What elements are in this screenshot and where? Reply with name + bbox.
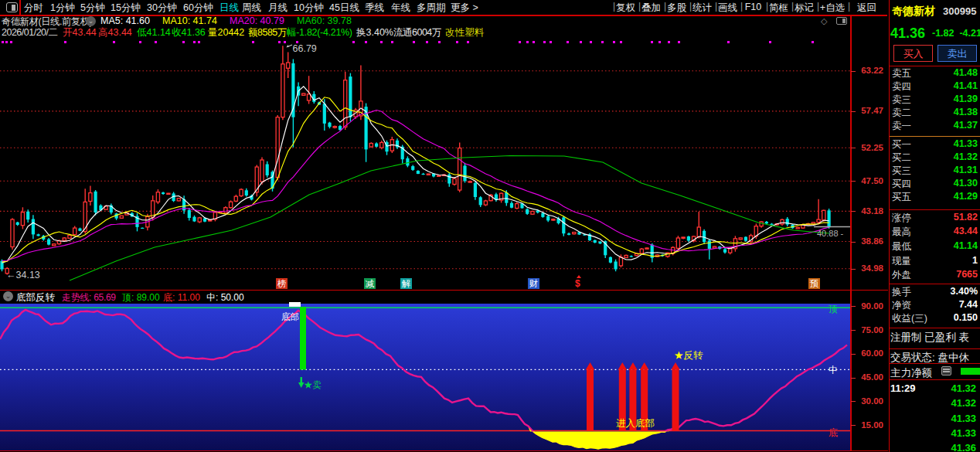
svg-text:中: 中 [829,365,838,376]
svg-text:66.79: 66.79 [293,43,317,54]
svg-text:←34.13: ←34.13 [6,270,40,280]
svg-text:★卖: ★卖 [304,380,322,389]
svg-text:底部: 底部 [281,312,299,321]
svg-text:顶: 顶 [828,304,838,314]
svg-text:★反转: ★反转 [674,350,703,361]
svg-text:40.88 -: 40.88 - [817,229,844,238]
svg-text:底: 底 [829,427,838,438]
svg-text:进入底部: 进入底部 [616,418,655,429]
